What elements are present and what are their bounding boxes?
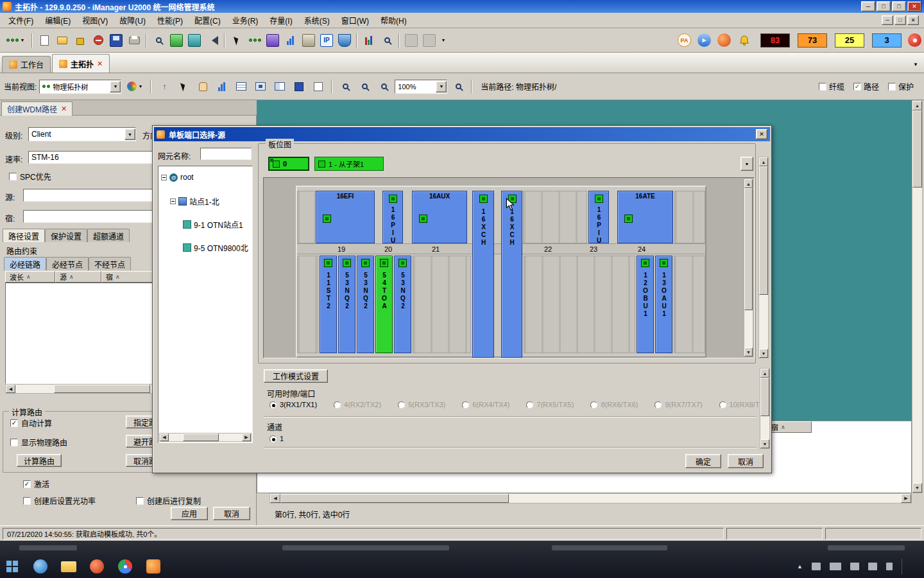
- taskbar-app-1[interactable]: [32, 558, 49, 575]
- scrollbar-thumb[interactable]: [760, 378, 769, 416]
- scrollbar-thumb[interactable]: [183, 434, 219, 441]
- mdi-restore-button[interactable]: □: [894, 15, 906, 25]
- print-button[interactable]: [126, 32, 142, 49]
- statistics-button[interactable]: [361, 32, 377, 49]
- tab-close-icon[interactable]: ✕: [97, 60, 103, 68]
- up-level-button[interactable]: ↑: [156, 78, 173, 95]
- tray-icon[interactable]: [886, 563, 893, 570]
- scroll-down-button[interactable]: ▼: [744, 347, 753, 356]
- save-view-button[interactable]: [291, 78, 307, 95]
- show-physical-route-checkbox[interactable]: 显示物理路由: [10, 437, 67, 448]
- tab-required-nodes[interactable]: 必经节点: [46, 257, 89, 270]
- board-12obu1[interactable]: 12OBU1: [637, 256, 654, 353]
- set-optical-power-checkbox[interactable]: 创建后设置光功率: [23, 495, 96, 506]
- zoom-out-button[interactable]: [337, 78, 354, 95]
- level-select[interactable]: Client ▼: [28, 127, 136, 141]
- shelf-vertical-scrollbar[interactable]: ▲ ▼: [744, 179, 753, 357]
- mdi-close-button[interactable]: ✕: [907, 15, 919, 25]
- security-button[interactable]: [336, 32, 353, 49]
- scrollbar-thumb[interactable]: [759, 166, 768, 295]
- warning-alarm-count[interactable]: 3: [872, 33, 902, 48]
- activate-checkbox[interactable]: ✓激活: [23, 478, 49, 489]
- board-16ate[interactable]: 16ATE: [617, 191, 673, 243]
- board-tools-button[interactable]: [300, 32, 317, 49]
- path-checkbox[interactable]: ✓路径: [853, 81, 879, 92]
- tray-volume-icon[interactable]: [868, 563, 877, 570]
- dialog-lower-scrollbar[interactable]: ▲ ▼: [760, 368, 770, 449]
- wavelength-column-header[interactable]: 波长∧: [5, 271, 55, 283]
- chevron-down-icon[interactable]: ▼: [110, 81, 121, 92]
- ne-name-input[interactable]: [200, 148, 252, 160]
- scroll-right-button[interactable]: ▶: [901, 494, 911, 503]
- forbid-button[interactable]: [90, 32, 107, 49]
- ip-tools-button[interactable]: IP: [318, 32, 335, 49]
- tray-network-icon[interactable]: [850, 563, 859, 570]
- board-54toa-selected[interactable]: 54TOA: [375, 256, 393, 353]
- toolbar-more-button[interactable]: ▼: [439, 32, 448, 49]
- menu-configuration[interactable]: 配置(C): [189, 13, 227, 28]
- save-button[interactable]: [108, 32, 124, 49]
- scroll-left-button[interactable]: ◀: [270, 494, 280, 503]
- rate-input[interactable]: STM-16: [28, 151, 153, 164]
- main-horizontal-scrollbar[interactable]: ◀ ▶: [270, 493, 912, 504]
- source-input[interactable]: [23, 189, 153, 202]
- menu-window[interactable]: 窗口(W): [336, 13, 375, 28]
- board-13oau1[interactable]: 13OAU1: [655, 256, 672, 353]
- spc-priority-checkbox[interactable]: SPC优先: [9, 171, 51, 182]
- protection-checkbox[interactable]: 保护: [888, 81, 914, 92]
- board-11st2[interactable]: 11ST2: [320, 256, 337, 353]
- dialog-close-button[interactable]: ✕: [756, 129, 767, 139]
- tab-excluded-nodes[interactable]: 不经节点: [89, 257, 131, 270]
- board-16xch-1[interactable]: 16XCH: [472, 191, 494, 358]
- taskbar-app-2[interactable]: [60, 558, 77, 575]
- dialog-cancel-button[interactable]: 取消: [728, 454, 764, 468]
- zoom-select[interactable]: 100% ▼: [395, 80, 447, 94]
- chart-view-button[interactable]: [214, 78, 230, 95]
- create-ne-button[interactable]: [168, 32, 185, 49]
- scroll-right-button[interactable]: ▶: [242, 434, 251, 441]
- tab-list-caret[interactable]: ▼: [913, 62, 922, 73]
- chevron-down-icon[interactable]: ▼: [124, 128, 135, 140]
- window-maximize-button[interactable]: □: [892, 1, 906, 12]
- script-button[interactable]: [264, 32, 281, 49]
- board-16efi[interactable]: 16EFI: [316, 191, 375, 243]
- select-mode-button[interactable]: [175, 78, 192, 95]
- export-view-button[interactable]: [310, 78, 327, 95]
- start-button[interactable]: [4, 558, 21, 575]
- table-view-button[interactable]: [233, 78, 250, 95]
- window-close-button[interactable]: ✕: [907, 1, 921, 12]
- fiber-checkbox[interactable]: 纤缆: [819, 81, 844, 92]
- menu-edit[interactable]: 编辑(E): [39, 13, 76, 28]
- scroll-up-button[interactable]: ▲: [912, 101, 922, 110]
- alarm-panel-icon[interactable]: [717, 33, 731, 47]
- menu-view[interactable]: 视图(V): [76, 13, 114, 28]
- scroll-left-button[interactable]: ◀: [160, 434, 169, 441]
- board-16aux[interactable]: 16AUX: [412, 191, 467, 243]
- chevron-down-icon[interactable]: ▼: [436, 81, 447, 92]
- style-dropdown[interactable]: ▼: [124, 78, 146, 95]
- zoom-fit-button[interactable]: [375, 78, 392, 95]
- window-layout-button[interactable]: [403, 32, 420, 49]
- zoom-in-button[interactable]: [356, 78, 373, 95]
- major-alarm-count[interactable]: 73: [798, 33, 827, 48]
- rack-tab-0[interactable]: 0: [268, 157, 309, 171]
- port-option-9[interactable]: 9(RX7/TX7): [654, 401, 702, 408]
- board-53nq2-2[interactable]: 53NQ2: [357, 256, 374, 353]
- taskbar-app-3[interactable]: [89, 558, 105, 575]
- taskbar-app-5[interactable]: [145, 558, 162, 575]
- tray-icon[interactable]: [812, 563, 821, 570]
- tree-node-ne1[interactable]: 9-1 OTN站点1: [183, 219, 243, 230]
- zoom-area-button[interactable]: [450, 78, 466, 95]
- port-option-7[interactable]: 7(RX5/TX5): [526, 401, 574, 408]
- new-button[interactable]: [36, 32, 53, 49]
- scrollbar-thumb[interactable]: [280, 494, 509, 503]
- menu-service[interactable]: 业务(R): [227, 13, 264, 28]
- show-desktop-button[interactable]: [911, 557, 915, 575]
- board-16piu-1[interactable]: 16PIU: [382, 191, 403, 243]
- work-mode-button[interactable]: 工作模式设置: [264, 369, 328, 383]
- scrollbar-thumb[interactable]: [54, 385, 150, 393]
- menu-inventory[interactable]: 存量(I): [264, 13, 298, 28]
- view-select[interactable]: 物理拓扑树 ▼: [39, 80, 121, 94]
- sink-column-header[interactable]: 宿∧: [101, 271, 153, 283]
- scroll-up-button[interactable]: ▲: [759, 157, 768, 166]
